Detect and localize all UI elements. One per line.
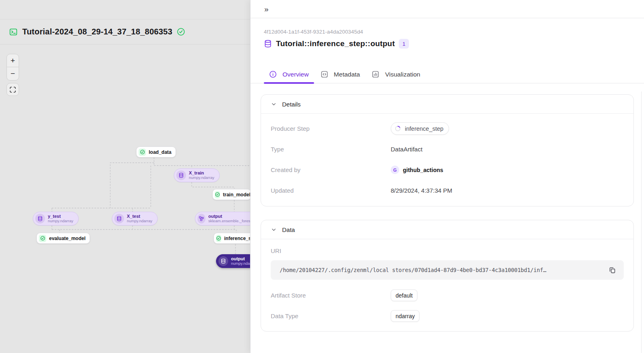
artifact-store-row: Artifact Store default (261, 285, 633, 306)
overview-content: Details Producer Step inference_step (250, 83, 644, 332)
dag-node-inference-step[interactable]: inference_step (214, 233, 250, 244)
artifact-title: Tutorial::inference_step::output (276, 39, 395, 48)
row-label: Type (271, 146, 391, 153)
scrollbar-track[interactable] (641, 91, 642, 353)
details-card: Details Producer Step inference_step (261, 94, 634, 206)
row-label: Producer Step (271, 125, 391, 132)
section-title: Data (282, 226, 295, 233)
check-circle-icon (39, 235, 46, 242)
check-circle-icon (215, 191, 220, 198)
row-label: Created by (271, 166, 391, 173)
artifact-uuid: 4f12d004-1a1f-453f-9321-a4da200345d4 (264, 29, 631, 35)
updated-row: Updated 8/29/2024, 4:37:34 PM (261, 180, 633, 201)
dag-node-x-test[interactable]: X_test numpy.ndarray (112, 212, 158, 225)
producer-step-name: inference_step (405, 125, 443, 132)
node-sublabel: numpy.ndarray (48, 219, 73, 223)
node-sublabel: sklearn.ensemble._forest.Rando (208, 219, 250, 223)
node-label: train_model (223, 192, 250, 198)
updated-value: 8/29/2024, 4:37:34 PM (391, 187, 452, 194)
type-value: DataArtifact (391, 146, 422, 153)
dag-node-output-model[interactable]: output sklearn.ensemble._forest.Rando (195, 212, 250, 225)
node-label: X_test (127, 214, 152, 219)
model-icon (197, 214, 205, 223)
bar-chart-icon (372, 70, 379, 78)
type-row: Type DataArtifact (261, 139, 633, 159)
pipeline-canvas[interactable]: Tutorial-2024_08_29-14_37_18_806353 + − … (0, 0, 250, 353)
code-icon (321, 70, 328, 78)
data-type-value: ndarray (391, 310, 419, 322)
uri-box: /home/20104227/.config/zenml/local_store… (271, 260, 624, 280)
producer-step-row: Producer Step inference_step (261, 118, 633, 139)
dag-node-y-test[interactable]: y_test numpy.ndarray (33, 212, 79, 225)
data-card: Data URI /home/20104227/.config/zenml/lo… (261, 220, 634, 332)
collapse-panel-button[interactable]: » (263, 4, 270, 14)
row-label: Artifact Store (271, 292, 391, 299)
database-icon (176, 170, 186, 180)
tab-overview[interactable]: Overview (264, 66, 314, 83)
data-type-row: Data Type ndarray (261, 306, 633, 326)
tab-label: Overview (282, 71, 309, 78)
database-icon (35, 214, 45, 223)
artifact-store-value: default (391, 289, 417, 301)
dag-node-output-selected[interactable]: output numpy.ndarray (216, 254, 250, 268)
database-icon (218, 256, 228, 266)
info-icon (269, 70, 277, 78)
dag-node-train-model[interactable]: train_model (212, 189, 250, 200)
node-label: inference_step (224, 236, 250, 241)
node-label: load_data (149, 149, 171, 155)
uri-label: URI (261, 239, 633, 254)
check-circle-icon (139, 149, 146, 156)
tab-label: Metadata (334, 71, 360, 78)
details-section-toggle[interactable]: Details (261, 95, 633, 114)
dag-node-x-train[interactable]: X_train numpy.ndarray (174, 168, 220, 182)
row-label: Data Type (271, 313, 391, 319)
node-label: X_train (189, 170, 214, 176)
avatar: G (391, 166, 399, 174)
spinner-icon (394, 125, 401, 132)
node-label: output (208, 214, 250, 219)
node-sublabel: numpy.ndarray (127, 219, 152, 223)
chevron-down-icon (271, 227, 277, 233)
copy-button[interactable] (607, 265, 617, 275)
dag-node-load-data[interactable]: load_data (136, 147, 176, 157)
node-label: y_test (48, 214, 73, 219)
database-icon (264, 40, 272, 48)
node-sublabel: numpy.ndarray (189, 176, 214, 180)
panel-header: 4f12d004-1a1f-453f-9321-a4da200345d4 Tut… (250, 18, 644, 49)
chevron-down-icon (271, 101, 277, 107)
panel-topbar: » (250, 0, 644, 18)
producer-step-pill[interactable]: inference_step (391, 122, 449, 135)
created-by-value: github_actions (403, 167, 443, 173)
database-icon (114, 214, 124, 223)
tab-visualization[interactable]: Visualization (366, 66, 426, 83)
data-section-toggle[interactable]: Data (261, 220, 633, 239)
node-label: output (231, 256, 250, 262)
node-label: evaluate_model (49, 236, 86, 241)
section-title: Details (282, 101, 301, 108)
copy-icon (608, 266, 616, 274)
created-by-row: Created by G github_actions (261, 159, 633, 180)
row-label: Updated (271, 187, 391, 194)
tabbar: Overview Metadata Visualization (250, 66, 644, 83)
tab-metadata[interactable]: Metadata (315, 66, 366, 83)
uri-value: /home/20104227/.config/zenml/local_store… (280, 267, 607, 273)
tab-label: Visualization (385, 71, 420, 78)
version-badge[interactable]: 1 (399, 39, 409, 49)
check-circle-icon (216, 235, 221, 242)
artifact-detail-panel: » 4f12d004-1a1f-453f-9321-a4da200345d4 T… (250, 0, 644, 353)
dag-node-evaluate-model[interactable]: evaluate_model (36, 233, 90, 244)
node-sublabel: numpy.ndarray (231, 262, 250, 266)
